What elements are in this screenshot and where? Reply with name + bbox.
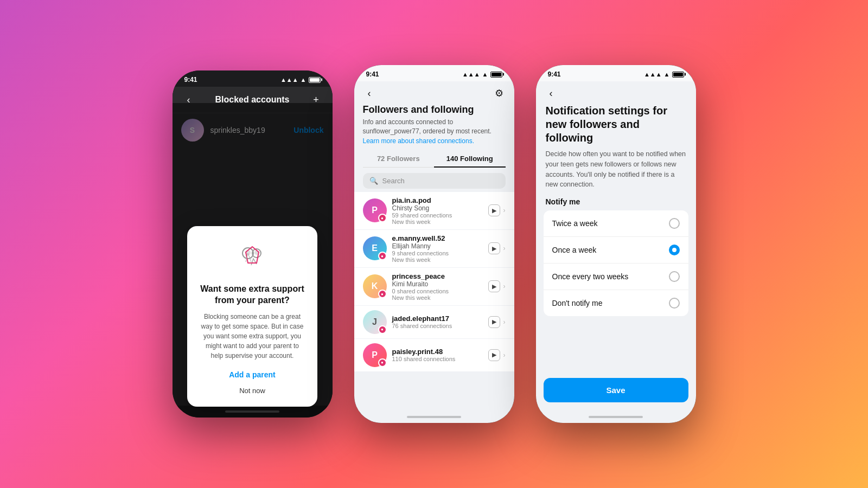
status-bar-2: 9:41 ▲▲▲ ▲ — [354, 65, 514, 81]
follow-item-4[interactable]: P ● paisley.print.48 110 shared connecti… — [354, 339, 514, 371]
home-bar-2 — [407, 416, 461, 418]
modal-overlay: Want some extra support from your parent… — [173, 103, 333, 418]
battery-icon-3 — [672, 72, 684, 78]
instagram-icon-4[interactable]: ▶ — [488, 349, 500, 361]
family-icon — [199, 242, 305, 278]
follow-avatar-badge-1: ● — [378, 252, 387, 260]
nav-bar-notif: ‹ — [536, 81, 696, 104]
chevron-icon-4: › — [503, 351, 506, 359]
signal-icon-2: ▲▲▲ — [462, 71, 480, 78]
follow-item-0[interactable]: P ● pia.in.a.pod Chirsty Song 59 shared … — [354, 192, 514, 229]
wifi-icon: ▲ — [301, 76, 307, 83]
chevron-icon-0: › — [503, 207, 506, 214]
status-icons-2: ▲▲▲ ▲ — [462, 71, 502, 78]
radio-label-0: Twice a week — [552, 219, 598, 228]
follow-info-3: jaded.elephant17 76 shared connections — [392, 314, 483, 329]
notify-me-label: Notify me — [536, 197, 696, 206]
follow-actions-2: ▶ › — [488, 280, 506, 292]
time-3: 9:41 — [548, 70, 561, 78]
follow-info-1: e.manny.well.52 Ellijah Manny 9 shared c… — [392, 234, 483, 263]
radio-label-1: Once a week — [552, 246, 597, 254]
home-indicator-2 — [354, 411, 514, 423]
modal-title: Want some extra support from your parent… — [199, 284, 305, 306]
instagram-icon-0[interactable]: ▶ — [488, 204, 500, 216]
tabs-bar: 72 Followers 140 Following — [363, 150, 506, 168]
tab-followers[interactable]: 72 Followers — [363, 150, 435, 167]
status-icons-3: ▲▲▲ ▲ — [644, 71, 684, 78]
back-icon-2[interactable]: ‹ — [363, 87, 376, 100]
phone-3: 9:41 ▲▲▲ ▲ ‹ Notification settings for n… — [536, 65, 696, 423]
follow-avatar-badge-2: ● — [378, 290, 387, 298]
radio-circle-2 — [669, 271, 680, 282]
phone-2: 9:41 ▲▲▲ ▲ ‹ ⚙ Followers and following I… — [354, 65, 514, 423]
time-1: 9:41 — [184, 76, 197, 84]
time-2: 9:41 — [366, 70, 379, 78]
radio-twice-week[interactable]: Twice a week — [544, 210, 688, 237]
chevron-icon-2: › — [503, 282, 506, 290]
follow-avatar-1: E ● — [363, 236, 387, 260]
followers-title: Followers and following — [354, 104, 514, 118]
follow-avatar-3: J ● — [363, 310, 387, 334]
follow-avatar-badge-3: ● — [378, 325, 387, 334]
chevron-icon-3: › — [503, 318, 506, 326]
status-bar-1: 9:41 ▲▲▲ ▲ — [173, 70, 333, 87]
followers-desc: Info and accounts connected to sunflower… — [354, 118, 514, 136]
follow-item-1[interactable]: E ● e.manny.well.52 Ellijah Manny 9 shar… — [354, 230, 514, 267]
notif-settings-desc: Decide how often you want to be notified… — [536, 149, 696, 190]
home-indicator-3 — [536, 411, 696, 423]
follow-avatar-0: P ● — [363, 198, 387, 222]
notif-settings-title: Notification settings for new followers … — [536, 104, 696, 145]
chevron-icon-1: › — [503, 245, 506, 252]
home-bar-3 — [589, 416, 643, 418]
follow-actions-4: ▶ › — [488, 349, 506, 361]
radio-label-2: Once every two weeks — [552, 272, 629, 281]
wifi-icon-3: ▲ — [664, 71, 670, 78]
not-now-button[interactable]: Not now — [199, 387, 305, 395]
follow-actions-1: ▶ › — [488, 242, 506, 254]
follow-item-2[interactable]: K ● princess_peace Kimi Muraito 0 shared… — [354, 268, 514, 305]
follow-actions-3: ▶ › — [488, 316, 506, 328]
save-button[interactable]: Save — [544, 378, 688, 402]
instagram-icon-1[interactable]: ▶ — [488, 242, 500, 254]
follow-avatar-badge-4: ● — [378, 358, 387, 367]
search-icon: 🔍 — [369, 177, 378, 185]
search-bar[interactable]: 🔍 Search — [363, 173, 506, 189]
following-list: P ● pia.in.a.pod Chirsty Song 59 shared … — [354, 192, 514, 411]
battery-icon — [309, 77, 321, 83]
phone2-content: ‹ ⚙ Followers and following Info and acc… — [354, 81, 514, 411]
modal-body: Blocking someone can be a great way to g… — [199, 312, 305, 361]
followers-link[interactable]: Learn more about shared connections. — [354, 137, 514, 145]
radio-dot-1 — [672, 248, 676, 252]
radio-once-week[interactable]: Once a week — [544, 237, 688, 264]
parent-support-modal: Want some extra support from your parent… — [187, 226, 317, 407]
radio-label-3: Don't notify me — [552, 299, 603, 307]
follow-avatar-4: P ● — [363, 343, 387, 367]
signal-icon-3: ▲▲▲ — [644, 71, 662, 78]
instagram-icon-3[interactable]: ▶ — [488, 316, 500, 328]
nav-bar-followers: ‹ ⚙ — [354, 81, 514, 104]
radio-once-two-weeks[interactable]: Once every two weeks — [544, 264, 688, 290]
radio-circle-1 — [669, 245, 680, 255]
add-parent-button[interactable]: Add a parent — [199, 370, 305, 379]
search-placeholder: Search — [382, 177, 405, 185]
follow-item-3[interactable]: J ● jaded.elephant17 76 shared connectio… — [354, 306, 514, 338]
wifi-icon-2: ▲ — [482, 71, 488, 78]
battery-icon-2 — [490, 72, 502, 78]
tab-following[interactable]: 140 Following — [434, 150, 506, 167]
follow-info-2: princess_peace Kimi Muraito 0 shared con… — [392, 272, 483, 301]
signal-icon: ▲▲▲ — [280, 76, 298, 83]
back-icon-3[interactable]: ‹ — [545, 87, 558, 100]
radio-dont-notify[interactable]: Don't notify me — [544, 290, 688, 316]
phone3-content: ‹ Notification settings for new follower… — [536, 81, 696, 411]
phone-1: 9:41 ▲▲▲ ▲ ‹ Blocked accounts + S sprink… — [173, 70, 333, 418]
status-icons-1: ▲▲▲ ▲ — [280, 76, 321, 83]
radio-circle-3 — [669, 298, 680, 309]
status-bar-3: 9:41 ▲▲▲ ▲ — [536, 65, 696, 81]
radio-circle-0 — [669, 218, 680, 229]
instagram-icon-2[interactable]: ▶ — [488, 280, 500, 292]
follow-actions-0: ▶ › — [488, 204, 506, 216]
follow-info-4: paisley.print.48 110 shared connections — [392, 348, 483, 362]
settings-icon[interactable]: ⚙ — [493, 87, 506, 100]
follow-info-0: pia.in.a.pod Chirsty Song 59 shared conn… — [392, 196, 483, 225]
notify-options: Twice a week Once a week Once every two … — [544, 210, 688, 316]
